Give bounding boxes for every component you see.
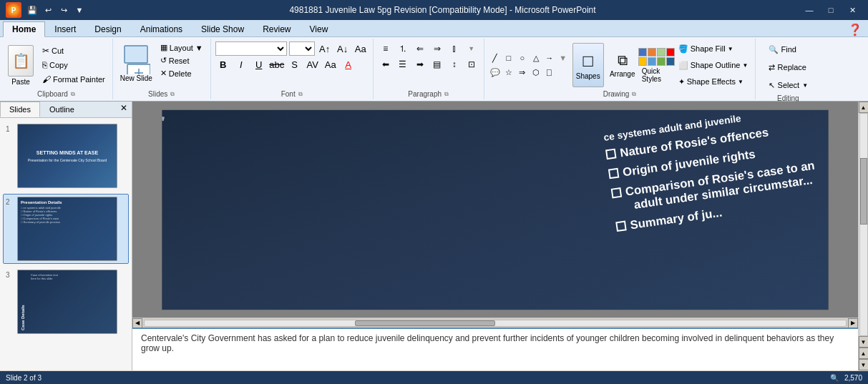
tab-home[interactable]: Home	[3, 21, 45, 37]
shape-outline-button[interactable]: ⬜ Shape Outline ▼	[676, 58, 751, 72]
delete-button[interactable]: ✕ Delete	[157, 67, 206, 79]
more-shapes-button[interactable]: ▼	[557, 51, 570, 64]
para-more-button[interactable]: ▼	[464, 41, 479, 56]
shape-outline-dropdown-icon[interactable]: ▼	[742, 62, 748, 69]
font-family-select[interactable]	[215, 41, 287, 56]
scroll-left-button[interactable]: ◀	[132, 318, 142, 328]
shape-effects-dropdown-icon[interactable]: ▼	[738, 79, 743, 85]
shapes-big-button[interactable]: □ Shapes	[572, 43, 604, 87]
line-spacing-button[interactable]: ↕	[447, 57, 462, 72]
tab-animations[interactable]: Animations	[131, 21, 192, 36]
tab-slideshow[interactable]: Slide Show	[192, 21, 253, 36]
align-left-button[interactable]: ⬅	[378, 57, 394, 72]
help-icon[interactable]: ❓	[848, 23, 862, 36]
decrease-indent-button[interactable]: ⇐	[412, 41, 428, 56]
columns-button[interactable]: ⫿	[447, 41, 462, 56]
notes-area[interactable]: Centervale's City Government has asked f…	[132, 328, 858, 370]
maximize-button[interactable]: □	[821, 3, 841, 17]
shapes-row-1: ╱ □ ○ △ → ▼	[489, 51, 570, 64]
minimize-button[interactable]: —	[799, 3, 819, 17]
scroll-thumb-v[interactable]	[860, 158, 867, 225]
strikethrough-button[interactable]: abc	[269, 57, 285, 72]
increase-font-button[interactable]: A↑	[317, 41, 333, 56]
font-expand-icon[interactable]: ⧉	[298, 91, 303, 98]
replace-button[interactable]: ⇄ Replace	[765, 59, 812, 75]
cut-button[interactable]: ✂ Cut	[39, 44, 108, 57]
bold-button[interactable]: B	[215, 57, 231, 72]
tab-insert[interactable]: Insert	[45, 21, 85, 36]
slides-tab[interactable]: Slides	[0, 102, 40, 117]
justify-button[interactable]: ▤	[429, 57, 445, 72]
shadow-button[interactable]: S	[287, 57, 303, 72]
font-color-button[interactable]: A	[341, 57, 356, 72]
quick-access-more-button[interactable]: ▼	[73, 4, 86, 16]
format-painter-label: Format Painter	[53, 75, 105, 84]
callout-shape-button[interactable]: 💬	[489, 66, 502, 79]
arrange-button[interactable]: ⧉ Arrange	[607, 43, 638, 87]
save-button[interactable]: 💾	[26, 4, 39, 16]
slide-canvas[interactable]: Presentation Details ce systems adult an…	[132, 102, 858, 317]
font-size-select[interactable]	[289, 41, 315, 56]
clear-format-button[interactable]: Aa	[353, 41, 369, 56]
shape-effects-button[interactable]: ✦ Shape Effects ▼	[676, 74, 751, 89]
star-shape-button[interactable]: ☆	[502, 66, 515, 79]
quick-styles-button[interactable]: Quick Styles	[641, 43, 673, 87]
new-slide-button[interactable]: New Slide	[117, 41, 155, 84]
copy-button[interactable]: ⎘ Copy	[39, 59, 108, 72]
scroll-thumb-h[interactable]	[355, 320, 495, 326]
layout-button[interactable]: ▦ Layout ▼	[157, 41, 206, 54]
paragraph-expand-icon[interactable]: ⧉	[444, 91, 449, 98]
tab-design[interactable]: Design	[85, 21, 130, 36]
scroll-down-button[interactable]: ▼	[859, 336, 869, 348]
slide-thumb-1[interactable]: 1 SETTING MINDS AT EASE Presentation for…	[3, 121, 129, 191]
change-case-button[interactable]: Aa	[323, 57, 338, 72]
slide-thumb-2[interactable]: 2 Presentation Details □ ce systems adul…	[3, 194, 129, 264]
increase-indent-button[interactable]: ⇒	[429, 41, 445, 56]
char-spacing-button[interactable]: AV	[305, 57, 321, 72]
format-painter-button[interactable]: 🖌 Format Painter	[39, 73, 108, 86]
numbering-button[interactable]: ⒈	[395, 41, 411, 56]
outline-tab[interactable]: Outline	[40, 102, 84, 117]
close-panel-button[interactable]: ✕	[116, 102, 132, 117]
oval-shape-button[interactable]: ○	[516, 51, 529, 64]
flowchart-shape-button[interactable]: ⬡	[530, 66, 542, 79]
underline-button[interactable]: U	[251, 57, 267, 72]
bullets-button[interactable]: ≡	[378, 41, 394, 56]
slide-thumb-3[interactable]: 3 Case Details Case information texthere…	[3, 267, 129, 337]
scroll-right-button[interactable]: ▶	[848, 318, 858, 328]
rect-shape-button[interactable]: □	[502, 51, 515, 64]
scroll-prev-slide-button[interactable]: ▲	[859, 348, 869, 359]
scroll-track-v[interactable]	[859, 113, 868, 336]
paste-button[interactable]: 📋 Paste	[4, 43, 37, 88]
slides-expand-icon[interactable]: ⧉	[170, 91, 175, 98]
align-center-button[interactable]: ☰	[395, 57, 411, 72]
block-arrow-shape-button[interactable]: ⇒	[516, 66, 529, 79]
scroll-track-h[interactable]	[144, 320, 847, 327]
horizontal-scrollbar[interactable]: ◀ ▶	[132, 317, 858, 328]
select-button[interactable]: ↖ Select ▼	[765, 77, 812, 93]
shape-fill-dropdown-icon[interactable]: ▼	[728, 46, 733, 52]
scroll-next-slide-button[interactable]: ▼	[859, 359, 869, 370]
find-button[interactable]: 🔍 Find	[765, 41, 812, 57]
arrow-shape-button[interactable]: →	[543, 51, 556, 64]
close-button[interactable]: ✕	[842, 3, 862, 17]
textbox-shape-button[interactable]: ⎕	[543, 66, 556, 79]
triangle-shape-button[interactable]: △	[530, 51, 542, 64]
more-shapes-button-2[interactable]	[557, 66, 570, 79]
scroll-up-button[interactable]: ▲	[859, 102, 869, 113]
line-shape-button[interactable]: ╱	[489, 51, 502, 64]
redo-button[interactable]: ↪	[57, 4, 70, 16]
reset-button[interactable]: ↺ Reset	[157, 54, 206, 67]
vertical-scrollbar[interactable]: ▲ ▼ ▲ ▼	[858, 102, 868, 370]
text-direction-button[interactable]: ⊡	[464, 57, 479, 72]
shape-fill-button[interactable]: 🪣 Shape Fill ▼	[676, 41, 751, 56]
decrease-font-button[interactable]: A↓	[335, 41, 351, 56]
undo-button[interactable]: ↩	[42, 4, 54, 16]
tab-review[interactable]: Review	[253, 21, 300, 36]
shape-fill-icon: 🪣	[678, 44, 688, 54]
italic-button[interactable]: I	[233, 57, 249, 72]
drawing-expand-icon[interactable]: ⧉	[632, 91, 636, 98]
align-right-button[interactable]: ➡	[412, 57, 428, 72]
tab-view[interactable]: View	[301, 21, 338, 36]
clipboard-expand-icon[interactable]: ⧉	[71, 91, 75, 98]
